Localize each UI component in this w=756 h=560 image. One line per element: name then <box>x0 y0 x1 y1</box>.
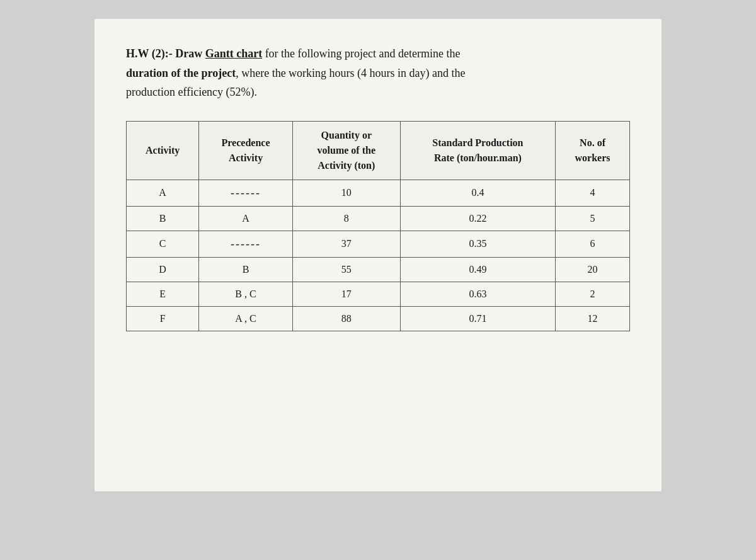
qty-line1: Quantity or <box>321 130 372 140</box>
line1-suffix: for the following project and determine … <box>262 47 460 60</box>
project-table: Activity Precedence Activity Quantity or… <box>126 121 630 331</box>
rate-line1: Standard Production <box>432 137 523 148</box>
table-row: BA80.225 <box>127 206 630 231</box>
precedence-cell: A , C <box>199 306 292 331</box>
hw-label: H.W (2):- Draw <box>126 47 205 60</box>
problem-statement: H.W (2):- Draw Gantt chart for the follo… <box>126 44 630 102</box>
gantt-chart-label: Gantt chart <box>205 47 262 60</box>
workers-cell: 5 <box>556 206 630 231</box>
activity-cell: B <box>127 206 199 231</box>
table-body: A------100.44BA80.225C------370.356DB550… <box>127 180 630 331</box>
workers-cell: 2 <box>556 282 630 306</box>
workers-cell: 12 <box>556 306 630 331</box>
col-precedence-header: Precedence Activity <box>199 121 292 180</box>
page-container: H.W (2):- Draw Gantt chart for the follo… <box>94 19 662 491</box>
prec-line1: Precedence <box>222 137 270 148</box>
workers-cell: 6 <box>556 231 630 257</box>
workers-cell: 4 <box>556 180 630 206</box>
precedence-cell: ------ <box>199 231 292 257</box>
table-row: A------100.44 <box>127 180 630 206</box>
quantity-cell: 37 <box>292 231 400 257</box>
rate-cell: 0.63 <box>400 282 555 306</box>
line2-suffix: , where the working hours (4 hours in da… <box>236 67 465 79</box>
activity-cell: D <box>127 257 199 282</box>
prec-line2: Activity <box>229 152 263 163</box>
rate-cell: 0.71 <box>400 306 555 331</box>
table-header-row: Activity Precedence Activity Quantity or… <box>127 121 630 180</box>
quantity-cell: 8 <box>292 206 400 231</box>
col-workers-header: No. of workers <box>556 121 630 180</box>
rate-cell: 0.35 <box>400 231 555 257</box>
precedence-cell: ------ <box>199 180 292 206</box>
qty-line3: Activity (ton) <box>318 160 375 171</box>
precedence-cell: A <box>199 206 292 231</box>
activity-cell: C <box>127 231 199 257</box>
rate-cell: 0.22 <box>400 206 555 231</box>
workers-line1: No. of <box>580 137 605 148</box>
rate-cell: 0.4 <box>400 180 555 206</box>
rate-cell: 0.49 <box>400 257 555 282</box>
table-row: C------370.356 <box>127 231 630 257</box>
duration-label: duration of the project <box>126 67 236 79</box>
activity-cell: E <box>127 282 199 306</box>
precedence-cell: B , C <box>199 282 292 306</box>
col-quantity-header: Quantity or volume of the Activity (ton) <box>292 121 400 180</box>
col-rate-header: Standard Production Rate (ton/hour.man) <box>400 121 555 180</box>
qty-line2: volume of the <box>318 145 375 156</box>
table-row: DB550.4920 <box>127 257 630 282</box>
workers-line2: workers <box>575 152 610 163</box>
workers-cell: 20 <box>556 257 630 282</box>
quantity-cell: 10 <box>292 180 400 206</box>
line3-text: production efficiency (52%). <box>126 86 257 98</box>
activity-cell: F <box>127 306 199 331</box>
col-activity-header: Activity <box>127 121 199 180</box>
table-row: EB , C170.632 <box>127 282 630 306</box>
activity-cell: A <box>127 180 199 206</box>
table-container: Activity Precedence Activity Quantity or… <box>126 121 630 331</box>
quantity-cell: 88 <box>292 306 400 331</box>
quantity-cell: 55 <box>292 257 400 282</box>
precedence-cell: B <box>199 257 292 282</box>
table-row: FA , C880.7112 <box>127 306 630 331</box>
rate-line2: Rate (ton/hour.man) <box>434 152 522 163</box>
quantity-cell: 17 <box>292 282 400 306</box>
